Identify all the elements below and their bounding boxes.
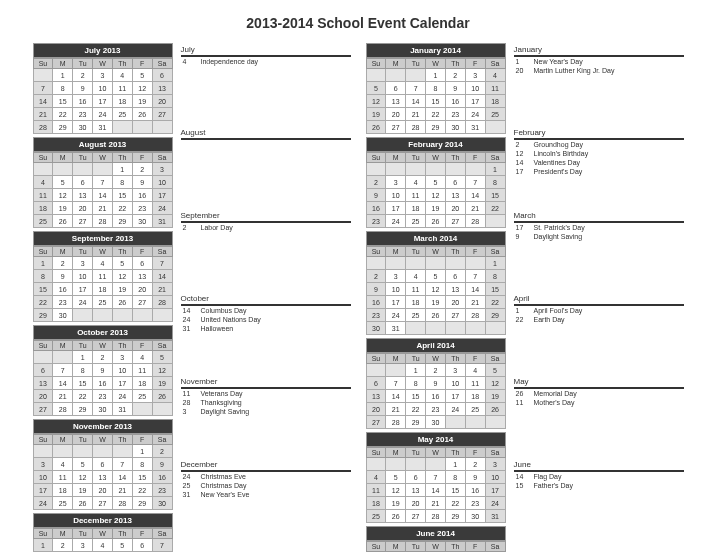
day-cell: 15 <box>485 189 505 202</box>
event-date: 11 <box>514 399 534 406</box>
day-cell: 30 <box>93 403 113 416</box>
day-cell: 28 <box>465 215 485 228</box>
day-cell: 22 <box>406 403 426 416</box>
day-cell: 17 <box>485 484 505 497</box>
day-cell: 19 <box>112 283 132 296</box>
dow-header: W <box>426 59 446 69</box>
day-cell: 19 <box>426 296 446 309</box>
dow-header: F <box>132 435 152 445</box>
event-list: 2Labor Day <box>181 223 351 289</box>
event-row: 14Flag Day <box>514 472 684 481</box>
event-list: 14Columbus Day24United Nations Day31Hall… <box>181 306 351 372</box>
day-cell: 31 <box>112 403 132 416</box>
event-date: 17 <box>514 224 534 231</box>
day-cell: 3 <box>73 539 93 552</box>
dow-header: F <box>465 153 485 163</box>
dow-header: Th <box>112 153 132 163</box>
event-date: 14 <box>514 159 534 166</box>
day-cell: 25 <box>406 215 426 228</box>
day-cell: 3 <box>485 458 505 471</box>
day-cell: 6 <box>132 539 152 552</box>
day-cell-empty <box>386 163 406 176</box>
day-cell: 18 <box>465 390 485 403</box>
day-cell: 29 <box>73 403 93 416</box>
day-cell: 14 <box>152 270 172 283</box>
day-cell: 29 <box>406 416 426 429</box>
dow-header: W <box>93 59 113 69</box>
day-cell-empty <box>73 445 93 458</box>
day-cell: 23 <box>366 309 386 322</box>
day-cell-empty <box>112 309 132 322</box>
event-block: March17St. Patrick's Day9Daylight Saving <box>514 209 684 289</box>
day-cell: 17 <box>465 95 485 108</box>
day-cell: 21 <box>406 108 426 121</box>
month-block: October 2013SuMTuWThFSa12345678910111213… <box>33 325 173 416</box>
day-cell: 15 <box>73 377 93 390</box>
day-cell: 9 <box>53 270 73 283</box>
day-cell-empty <box>33 69 53 82</box>
event-block: December24Christmas Eve25Christmas Day31… <box>181 458 351 538</box>
day-cell: 11 <box>465 377 485 390</box>
day-cell: 18 <box>406 296 426 309</box>
day-cell: 22 <box>426 108 446 121</box>
day-cell-empty <box>406 163 426 176</box>
day-cell: 24 <box>152 202 172 215</box>
calendar-grid: SuMTuWThFSa12345678910111213141516171819… <box>366 353 506 429</box>
day-cell-empty <box>112 445 132 458</box>
event-month-header: November <box>181 375 351 389</box>
day-cell: 26 <box>426 309 446 322</box>
day-cell: 19 <box>366 108 386 121</box>
day-cell: 2 <box>53 539 73 552</box>
day-cell: 2 <box>426 364 446 377</box>
day-cell: 18 <box>53 484 73 497</box>
day-cell: 3 <box>386 176 406 189</box>
dow-header: Sa <box>152 435 172 445</box>
day-cell: 6 <box>33 364 53 377</box>
day-cell: 16 <box>132 189 152 202</box>
day-cell-empty <box>406 69 426 82</box>
day-cell: 26 <box>485 403 505 416</box>
day-cell: 1 <box>33 539 53 552</box>
event-date: 28 <box>181 399 201 406</box>
calendar-grid: SuMTuWThFSa12345678910111213141516171819… <box>33 340 173 416</box>
day-cell: 7 <box>112 458 132 471</box>
dow-header: Sa <box>152 529 172 539</box>
day-cell: 9 <box>465 471 485 484</box>
event-label: Martin Luther King Jr. Day <box>534 67 684 74</box>
event-block: November11Veterans Day28Thanksgiving3Day… <box>181 375 351 455</box>
day-cell: 2 <box>445 69 465 82</box>
event-date: 2 <box>181 224 201 231</box>
day-cell: 30 <box>53 309 73 322</box>
month-header: April 2014 <box>366 338 506 353</box>
day-cell: 25 <box>485 108 505 121</box>
day-cell: 24 <box>465 108 485 121</box>
event-list: 24Christmas Eve25Christmas Day31New Year… <box>181 472 351 538</box>
day-cell: 12 <box>485 377 505 390</box>
day-cell: 4 <box>465 364 485 377</box>
event-row: 25Christmas Day <box>181 481 351 490</box>
day-cell: 27 <box>445 215 465 228</box>
day-cell: 4 <box>366 471 386 484</box>
day-cell: 22 <box>132 484 152 497</box>
day-cell: 4 <box>93 539 113 552</box>
event-label: Labor Day <box>201 224 351 231</box>
dow-header: M <box>386 542 406 552</box>
day-cell: 8 <box>73 364 93 377</box>
event-label: Veterans Day <box>201 390 351 397</box>
event-list: 1New Year's Day20Martin Luther King Jr. … <box>514 57 684 123</box>
day-cell: 27 <box>93 497 113 510</box>
month-block: May 2014SuMTuWThFSa123456789101112131415… <box>366 432 506 523</box>
day-cell: 17 <box>33 484 53 497</box>
dow-header: Sa <box>485 59 505 69</box>
day-cell: 1 <box>33 257 53 270</box>
dow-header: Su <box>33 247 53 257</box>
event-label: April Fool's Day <box>534 307 684 314</box>
day-cell: 30 <box>366 322 386 335</box>
day-cell: 6 <box>93 458 113 471</box>
day-cell: 8 <box>426 82 446 95</box>
day-cell: 18 <box>485 95 505 108</box>
day-cell: 14 <box>33 95 53 108</box>
day-cell: 4 <box>132 351 152 364</box>
day-cell: 21 <box>465 296 485 309</box>
day-cell: 20 <box>445 296 465 309</box>
